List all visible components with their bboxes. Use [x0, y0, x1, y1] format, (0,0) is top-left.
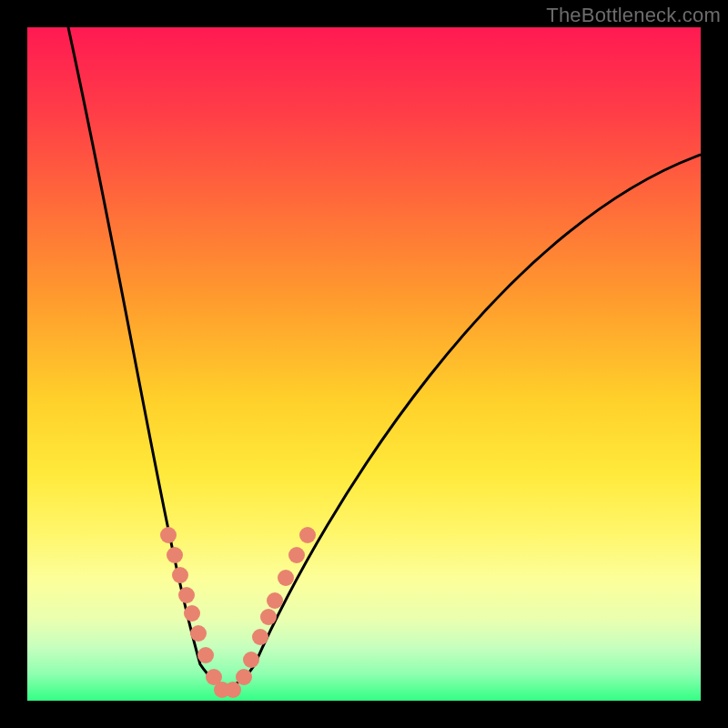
data-dot — [252, 629, 268, 645]
data-dot — [278, 570, 294, 586]
data-dot — [167, 547, 183, 563]
data-dot — [260, 609, 277, 625]
main-curve — [68, 27, 701, 685]
chart-area — [27, 27, 701, 701]
data-dot — [184, 605, 200, 622]
watermark-text: TheBottleneck.com — [546, 4, 721, 27]
data-dot — [288, 547, 305, 563]
bottleneck-curve-plot — [27, 27, 701, 701]
data-dot — [243, 652, 259, 668]
data-dot — [197, 647, 214, 663]
data-dot — [172, 567, 188, 583]
data-dot — [225, 682, 241, 698]
data-dot — [160, 527, 177, 543]
data-dot — [190, 625, 207, 642]
data-dot — [267, 592, 283, 609]
data-dot — [178, 587, 195, 603]
data-dot — [299, 527, 316, 543]
data-dot — [236, 669, 252, 685]
data-dots — [160, 527, 316, 698]
